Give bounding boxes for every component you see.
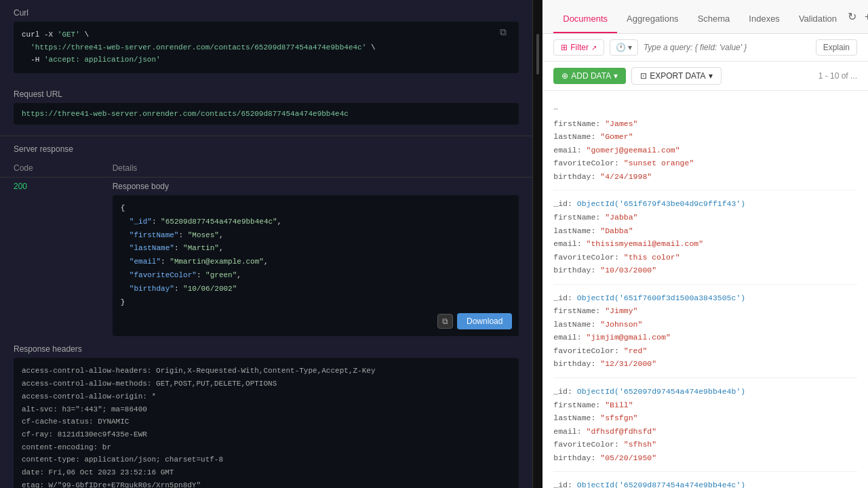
- export-data-dropdown-icon: ▾: [709, 71, 713, 81]
- response-row: 200 Response body { "_id": "65209d877454…: [0, 178, 532, 341]
- curl-section: Curl curl -X 'GET' \ 'https://three41-we…: [0, 0, 532, 81]
- tab-schema[interactable]: Schema: [688, 5, 740, 33]
- add-tab-icon[interactable]: +: [863, 9, 868, 24]
- tab-documents[interactable]: Documents: [553, 5, 617, 33]
- response-body-label: Response body: [113, 182, 519, 191]
- export-data-button[interactable]: ⊡ EXPORT DATA ▾: [631, 67, 721, 85]
- document-card-4: _id: ObjectId('652097d97454a474e9bb4e4b'…: [553, 378, 857, 472]
- clock-button[interactable]: 🕐 ▾: [610, 39, 638, 56]
- left-panel: Curl curl -X 'GET' \ 'https://three41-we…: [0, 0, 533, 488]
- add-data-dropdown-icon: ▾: [614, 71, 618, 81]
- add-data-button[interactable]: ⊕ ADD DATA ▾: [553, 68, 626, 84]
- export-icon: ⊡: [640, 71, 647, 81]
- request-url-label: Request URL: [14, 89, 519, 99]
- add-data-label: ADD DATA: [571, 71, 611, 81]
- curl-code-block: curl -X 'GET' \ 'https://three41-web-ser…: [14, 22, 519, 73]
- copy-response-icon[interactable]: ⧉: [437, 314, 453, 329]
- request-url-value: https://three41-web-server.onrender.com/…: [14, 103, 519, 125]
- headers-block: access-control-allow-headers: Origin,X-R…: [14, 358, 519, 488]
- query-input[interactable]: [644, 43, 810, 52]
- explain-button[interactable]: Explain: [816, 39, 857, 56]
- db-tabs: Documents Aggregations Schema Indexes Va…: [553, 0, 846, 33]
- filter-external-icon: ↗: [591, 44, 597, 52]
- db-toolbar: ⊞ Filter ↗ 🕐 ▾ Explain: [542, 34, 868, 62]
- request-url-section: Request URL https://three41-web-server.o…: [0, 81, 532, 133]
- curl-label: Curl: [14, 8, 519, 18]
- filter-label: Filter: [570, 43, 589, 52]
- panel-scrollbar: [533, 0, 542, 488]
- code-header: Code: [0, 159, 99, 178]
- filter-icon: ⊞: [561, 43, 568, 52]
- plus-icon: ⊕: [561, 71, 568, 81]
- document-card-2: _id: ObjectId('651f679f43be04d9c9ff1f43'…: [553, 190, 857, 284]
- copy-icon[interactable]: ⧉: [500, 27, 513, 41]
- download-btn-group: ⧉ Download: [437, 313, 512, 329]
- details-header: Details: [99, 159, 533, 178]
- filter-button[interactable]: ⊞ Filter ↗: [553, 39, 604, 56]
- db-header-icons: ↻ +: [846, 9, 868, 24]
- db-actions: ⊕ ADD DATA ▾ ⊡ EXPORT DATA ▾ 1 - 10 of .…: [542, 62, 868, 91]
- db-header: Documents Aggregations Schema Indexes Va…: [542, 0, 868, 34]
- db-content: ⋯ firstName: "James" lastName: "Gomer" e…: [542, 91, 868, 488]
- server-response-label: Server response: [0, 139, 532, 159]
- document-card-1: ⋯ firstName: "James" lastName: "Gomer" e…: [553, 96, 857, 190]
- tab-validation[interactable]: Validation: [789, 5, 846, 33]
- pagination-info: 1 - 10 of ...: [818, 71, 857, 81]
- response-headers-label: Response headers: [0, 340, 532, 358]
- refresh-icon[interactable]: ↻: [846, 9, 858, 24]
- dropdown-arrow: ▾: [628, 43, 632, 52]
- curl-code: curl -X 'GET' \ 'https://three41-web-ser…: [22, 28, 511, 66]
- clock-icon: 🕐: [616, 43, 626, 52]
- tab-indexes[interactable]: Indexes: [739, 5, 789, 33]
- download-button[interactable]: Download: [457, 313, 512, 329]
- response-code: 200: [0, 178, 99, 341]
- document-card-5: _id: ObjectId('65209d877454a474e9bb4e4c'…: [553, 472, 857, 488]
- response-table: Code Details 200 Response body { "_id": …: [0, 159, 532, 340]
- response-body-block: { "_id": "65209d877454a474e9bb4e4c", "fi…: [113, 195, 519, 336]
- tab-aggregations[interactable]: Aggregations: [617, 5, 688, 33]
- export-data-label: EXPORT DATA: [650, 71, 705, 81]
- right-panel: Documents Aggregations Schema Indexes Va…: [542, 0, 868, 488]
- scrollbar-thumb: [536, 34, 539, 75]
- document-card-3: _id: ObjectId('651f7600f3d1500a3843505c'…: [553, 285, 857, 378]
